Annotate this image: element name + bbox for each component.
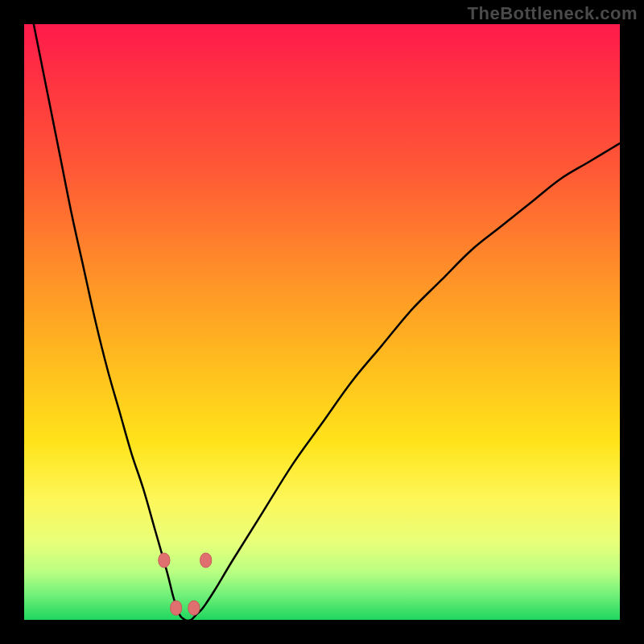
watermark-text: TheBottleneck.com <box>468 3 638 24</box>
curve-marker <box>188 601 200 615</box>
curve-marker <box>200 553 212 568</box>
curve-marker <box>159 553 170 568</box>
plot-area <box>24 24 620 620</box>
chart-stage: TheBottleneck.com <box>0 0 644 644</box>
bottleneck-curve <box>24 24 620 620</box>
curve-svg <box>24 24 620 620</box>
curve-marker <box>171 601 182 615</box>
